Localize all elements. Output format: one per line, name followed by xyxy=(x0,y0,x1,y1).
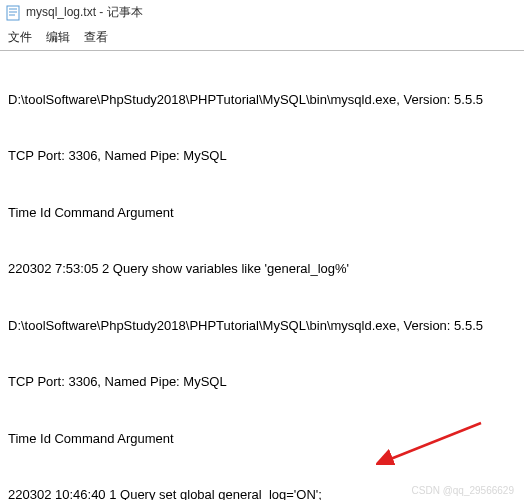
log-line: Time Id Command Argument xyxy=(8,430,516,449)
menu-view[interactable]: 查看 xyxy=(84,29,108,46)
log-line: TCP Port: 3306, Named Pipe: MySQL xyxy=(8,147,516,166)
log-line: Time Id Command Argument xyxy=(8,204,516,223)
menu-file[interactable]: 文件 xyxy=(8,29,32,46)
log-line: 220302 7:53:05 2 Query show variables li… xyxy=(8,260,516,279)
menubar: 文件 编辑 查看 xyxy=(0,25,524,51)
log-line: TCP Port: 3306, Named Pipe: MySQL xyxy=(8,373,516,392)
notepad-icon xyxy=(6,5,20,21)
log-content[interactable]: D:\toolSoftware\PhpStudy2018\PHPTutorial… xyxy=(0,51,524,500)
watermark: CSDN @qq_29566629 xyxy=(412,485,514,496)
svg-rect-0 xyxy=(7,6,19,20)
log-line: D:\toolSoftware\PhpStudy2018\PHPTutorial… xyxy=(8,317,516,336)
titlebar: mysql_log.txt - 记事本 xyxy=(0,0,524,25)
log-line: D:\toolSoftware\PhpStudy2018\PHPTutorial… xyxy=(8,91,516,110)
menu-edit[interactable]: 编辑 xyxy=(46,29,70,46)
window-title: mysql_log.txt - 记事本 xyxy=(26,4,143,21)
